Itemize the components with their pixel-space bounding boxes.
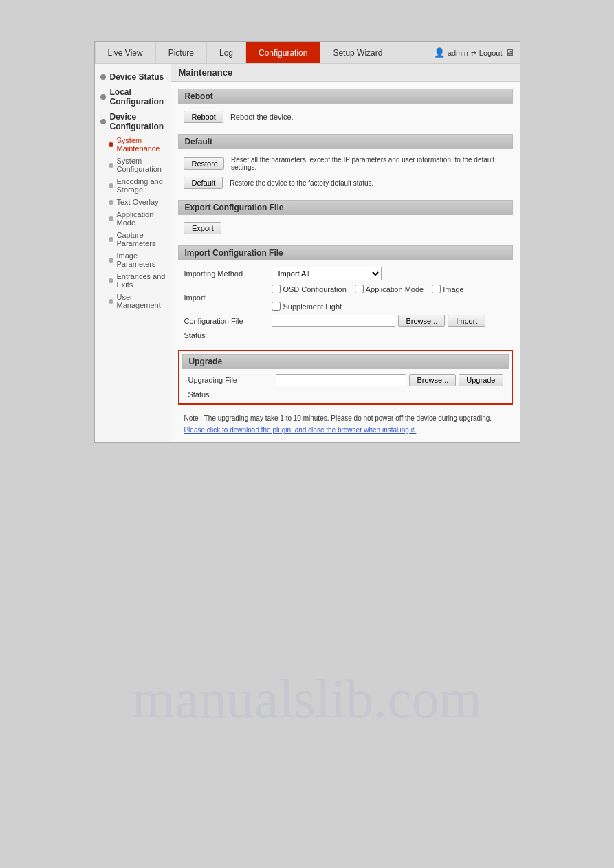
tab-setup-wizard[interactable]: Setup Wizard — [320, 42, 395, 63]
importing-method-value: Import All — [272, 267, 507, 280]
import-status-label: Status — [184, 331, 266, 340]
config-file-input-group: Browse... Import — [272, 315, 507, 327]
panel-body: Reboot Reboot Reboot the device. Default… — [171, 82, 519, 442]
dot-small-icon — [109, 216, 113, 221]
import-status-row: Status — [178, 329, 512, 342]
sidebar-item-label: Image Parameters — [117, 252, 166, 268]
import-config-section: Import Configuration File Importing Meth… — [178, 245, 512, 342]
importing-method-select[interactable]: Import All — [272, 267, 382, 280]
reboot-row: Reboot Reboot the device. — [178, 108, 512, 126]
sidebar-section-label: Device Status — [110, 72, 164, 82]
upgrading-file-input[interactable] — [276, 374, 406, 386]
restore-button[interactable]: Restore — [184, 157, 224, 170]
reboot-button[interactable]: Reboot — [184, 111, 223, 123]
reboot-description: Reboot the device. — [230, 113, 294, 121]
import-label: Import — [184, 293, 266, 302]
default-button[interactable]: Default — [184, 177, 223, 189]
user-icon: 👤 — [434, 47, 445, 58]
osd-config-checkbox-label[interactable]: OSD Configuration — [272, 285, 346, 293]
sidebar-item-label: Encoding and Storage — [117, 177, 166, 194]
export-button[interactable]: Export — [184, 222, 221, 234]
arrow-icon: ⇄ — [471, 49, 476, 56]
tab-live-view[interactable]: Live View — [95, 42, 156, 63]
default-description: Restore the device to the factory defaul… — [230, 179, 373, 187]
import-config-title: Import Configuration File — [178, 245, 512, 260]
dot-small-icon — [109, 200, 113, 205]
default-row: Default Restore the device to the factor… — [178, 174, 512, 192]
sidebar-item-label: Application Mode — [117, 210, 166, 227]
config-file-input[interactable] — [272, 315, 395, 327]
content-area: Device Status Local Configuration Device… — [95, 64, 520, 442]
upgrade-section-title: Upgrade — [182, 354, 508, 369]
sidebar-section-label: Local Configuration — [110, 87, 166, 107]
upgrade-section: Upgrade Upgrading File Browse... Upgrade… — [178, 350, 512, 405]
config-browse-button[interactable]: Browse... — [398, 315, 445, 327]
upgrading-file-input-group: Browse... Upgrade — [276, 374, 503, 386]
sidebar-item-capture-parameters[interactable]: Capture Parameters — [95, 229, 171, 249]
dot-small-icon — [109, 163, 113, 168]
tab-log[interactable]: Log — [207, 42, 246, 63]
sidebar-item-label: Capture Parameters — [117, 231, 166, 247]
supplement-light-checkbox[interactable] — [272, 302, 281, 311]
import-checkboxes: OSD Configuration Application Mode Image — [272, 285, 507, 311]
sidebar-item-label: User Management — [117, 293, 166, 309]
sidebar-item-system-maintenance[interactable]: System Maintenance — [95, 134, 171, 155]
dot-small-icon — [109, 278, 113, 283]
restore-description: Reset all the parameters, except the IP … — [231, 156, 507, 171]
app-mode-checkbox-label[interactable]: Application Mode — [355, 285, 424, 293]
sidebar-item-entrances-exits[interactable]: Entrances and Exits — [95, 270, 171, 291]
image-checkbox-label[interactable]: Image — [432, 285, 464, 293]
image-label: Image — [443, 285, 464, 293]
reboot-section: Reboot Reboot Reboot the device. — [178, 89, 512, 126]
restore-row: Restore Reset all the parameters, except… — [178, 153, 512, 174]
top-navigation: Live View Picture Log Configuration Setu… — [95, 42, 520, 64]
config-file-row: Configuration File Browse... Import — [178, 313, 512, 329]
main-panel: Maintenance Reboot Reboot Reboot the dev… — [171, 64, 519, 442]
monitor-icon: 🖥 — [505, 47, 514, 58]
user-info: 👤 admin ⇄ Logout 🖥 — [434, 47, 520, 58]
sidebar-item-label: Entrances and Exits — [117, 272, 166, 289]
sidebar-item-label: System Configuration — [117, 157, 166, 173]
sidebar-item-local-config[interactable]: Local Configuration — [95, 85, 171, 109]
image-checkbox[interactable] — [432, 285, 441, 293]
export-config-title: Export Configuration File — [178, 200, 512, 215]
supplement-light-label: Supplement Light — [283, 302, 342, 311]
logout-button[interactable]: Logout — [479, 49, 503, 57]
panel-header: Maintenance — [171, 64, 519, 82]
upgrade-browse-button[interactable]: Browse... — [409, 374, 456, 386]
sidebar-item-system-configuration[interactable]: System Configuration — [95, 155, 171, 175]
dot-icon — [100, 74, 106, 80]
sidebar-item-label: Text Overlay — [117, 198, 159, 206]
export-config-section: Export Configuration File Export — [178, 200, 512, 237]
osd-config-label: OSD Configuration — [283, 285, 346, 293]
dot-icon — [100, 94, 106, 100]
osd-config-checkbox[interactable] — [272, 285, 281, 293]
sidebar-item-image-parameters[interactable]: Image Parameters — [95, 249, 171, 270]
sidebar-section-label: Device Configuration — [110, 112, 166, 131]
upgrade-status-label: Status — [188, 390, 270, 399]
plugin-download-link[interactable]: Please click to download the plugin, and… — [178, 425, 512, 435]
dot-icon — [100, 119, 106, 124]
import-button[interactable]: Import — [448, 315, 485, 327]
sidebar-item-device-config[interactable]: Device Configuration — [95, 109, 171, 134]
reboot-section-title: Reboot — [178, 89, 512, 104]
sidebar-item-user-management[interactable]: User Management — [95, 291, 171, 311]
upgrading-file-label: Upgrading File — [188, 376, 270, 384]
sidebar-item-application-mode[interactable]: Application Mode — [95, 208, 171, 229]
default-section: Default Restore Reset all the parameters… — [178, 134, 512, 192]
tab-configuration[interactable]: Configuration — [246, 42, 320, 63]
dot-small-icon — [109, 237, 113, 242]
sidebar-item-device-status[interactable]: Device Status — [95, 69, 171, 85]
upgrading-file-row: Upgrading File Browse... Upgrade — [182, 372, 508, 388]
upgrade-status-row: Status — [182, 388, 508, 401]
dot-small-icon — [109, 299, 113, 304]
upgrade-button[interactable]: Upgrade — [459, 374, 503, 386]
sidebar-item-text-overlay[interactable]: Text Overlay — [95, 196, 171, 208]
app-mode-label: Application Mode — [366, 285, 424, 293]
tab-picture[interactable]: Picture — [156, 42, 207, 63]
sidebar-item-encoding-storage[interactable]: Encoding and Storage — [95, 175, 171, 196]
sidebar-item-label: System Maintenance — [117, 136, 166, 153]
supplement-light-checkbox-label[interactable]: Supplement Light — [272, 302, 342, 311]
app-mode-checkbox[interactable] — [355, 285, 364, 293]
username-label: admin — [448, 49, 468, 57]
